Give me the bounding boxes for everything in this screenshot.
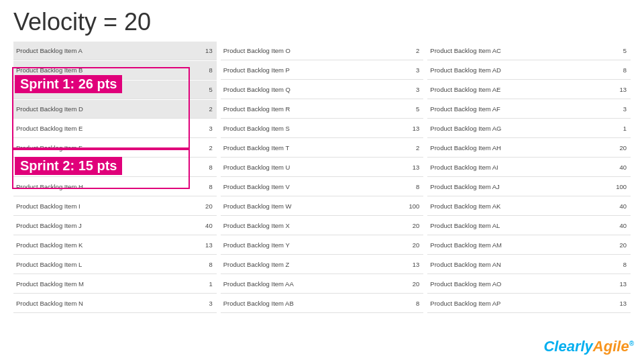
- row-value: 8: [405, 181, 423, 192]
- table-row: Product Backlog Item AP13: [427, 294, 631, 313]
- row-label: Product Backlog Item Z: [221, 259, 405, 270]
- table-row: Product Backlog Item E3: [13, 119, 217, 138]
- table-row: Product Backlog Item AJ100: [427, 178, 631, 196]
- row-label: Product Backlog Item G: [13, 162, 198, 173]
- row-value: 3: [198, 298, 217, 309]
- main-content: Product Backlog Item A13Product Backlog …: [0, 42, 644, 313]
- row-label: Product Backlog Item O: [221, 45, 405, 56]
- column-1: Product Backlog Item A13Product Backlog …: [13, 42, 217, 313]
- row-value: 13: [198, 45, 217, 56]
- table-row: Product Backlog Item AB8: [221, 294, 424, 313]
- row-value: 8: [612, 64, 631, 76]
- row-value: 3: [612, 103, 631, 115]
- row-value: 2: [405, 45, 423, 56]
- row-value: 3: [405, 84, 423, 95]
- table-row: Product Backlog Item AL40: [427, 217, 631, 235]
- table-row: Product Backlog Item H8: [13, 178, 217, 196]
- table-row: Product Backlog Item X20: [221, 217, 424, 235]
- table-row: Product Backlog Item J40: [13, 217, 217, 235]
- row-label: Product Backlog Item AL: [427, 220, 612, 231]
- row-label: Product Backlog Item S: [221, 123, 405, 134]
- table-row: Product Backlog Item R5: [221, 100, 424, 119]
- row-value: 1: [198, 278, 217, 290]
- row-value: 2: [198, 142, 217, 154]
- table-row: Product Backlog Item T2: [221, 139, 424, 158]
- logo-agile: Agile: [593, 338, 629, 355]
- table-row: Product Backlog Item Y20: [221, 236, 424, 255]
- table-row: Product Backlog Item AI40: [427, 158, 631, 177]
- table-row: Product Backlog Item D2: [13, 100, 217, 119]
- row-label: Product Backlog Item AK: [427, 200, 612, 212]
- table-row: Product Backlog Item U13: [221, 158, 424, 177]
- row-value: 8: [612, 259, 631, 270]
- row-value: 100: [405, 200, 423, 212]
- row-label: Product Backlog Item R: [221, 103, 405, 115]
- row-label: Product Backlog Item X: [221, 220, 405, 231]
- row-label: Product Backlog Item I: [13, 200, 198, 212]
- row-value: 8: [405, 298, 423, 309]
- row-label: Product Backlog Item AC: [427, 45, 612, 56]
- row-label: Product Backlog Item W: [221, 200, 405, 212]
- row-value: 2: [198, 103, 217, 115]
- row-value: 13: [612, 84, 631, 95]
- row-value: 20: [612, 239, 631, 251]
- row-value: 20: [405, 220, 423, 231]
- row-label: Product Backlog Item F: [13, 142, 198, 154]
- logo-clearly: Clearly: [543, 338, 592, 355]
- row-value: 20: [405, 239, 423, 251]
- table-row: Product Backlog Item W100: [221, 197, 424, 216]
- row-label: Product Backlog Item K: [13, 239, 198, 251]
- table-row: Product Backlog Item A13: [13, 42, 217, 60]
- row-value: 5: [198, 84, 217, 95]
- row-label: Product Backlog Item N: [13, 298, 198, 309]
- row-value: 8: [198, 162, 217, 173]
- table-row: Product Backlog Item P3: [221, 61, 424, 80]
- row-value: 13: [405, 123, 423, 134]
- row-label: Product Backlog Item AI: [427, 162, 612, 173]
- row-label: Product Backlog Item J: [13, 220, 198, 231]
- row-label: Product Backlog Item AB: [221, 298, 405, 309]
- row-value: 40: [612, 162, 631, 173]
- row-label: Product Backlog Item A: [13, 45, 198, 56]
- column-2: Product Backlog Item O2Product Backlog I…: [221, 42, 424, 313]
- row-value: 100: [612, 181, 631, 192]
- table-row: Product Backlog Item L8: [13, 255, 217, 274]
- row-label: Product Backlog Item AH: [427, 142, 612, 154]
- table-row: Product Backlog Item B8: [13, 61, 217, 80]
- table-row: Product Backlog Item M1: [13, 275, 217, 294]
- row-label: Product Backlog Item V: [221, 181, 405, 192]
- table-row: Product Backlog Item N3: [13, 294, 217, 313]
- row-label: Product Backlog Item AP: [427, 298, 612, 309]
- row-value: 8: [198, 259, 217, 270]
- row-label: Product Backlog Item AD: [427, 64, 612, 76]
- row-label: Product Backlog Item AA: [221, 278, 405, 290]
- row-value: 40: [612, 200, 631, 212]
- table-row: Product Backlog Item AD8: [427, 61, 631, 80]
- row-value: 1: [612, 123, 631, 134]
- row-value: 20: [198, 200, 217, 212]
- table-row: Product Backlog Item AH20: [427, 139, 631, 158]
- table-row: Product Backlog Item V8: [221, 178, 424, 196]
- table-row: Product Backlog Item O2: [221, 42, 424, 60]
- row-label: Product Backlog Item AE: [427, 84, 612, 95]
- table-row: Product Backlog Item Z13: [221, 255, 424, 274]
- row-label: Product Backlog Item AO: [427, 278, 612, 290]
- table-row: Product Backlog Item F2: [13, 139, 217, 158]
- row-label: Product Backlog Item T: [221, 142, 405, 154]
- row-value: 13: [405, 259, 423, 270]
- row-value: 40: [612, 220, 631, 231]
- row-label: Product Backlog Item P: [221, 64, 405, 76]
- row-value: 8: [198, 64, 217, 76]
- table-row: Product Backlog Item I20: [13, 197, 217, 216]
- table-row: Product Backlog Item AM20: [427, 236, 631, 255]
- table-row: Product Backlog Item AF3: [427, 100, 631, 119]
- row-label: Product Backlog Item Q: [221, 84, 405, 95]
- table-row: Product Backlog Item AG1: [427, 119, 631, 138]
- page-title: Velocity = 20: [0, 0, 644, 42]
- table-row: Product Backlog Item AO13: [427, 275, 631, 294]
- row-label: Product Backlog Item B: [13, 64, 198, 76]
- column-3: Product Backlog Item AC5Product Backlog …: [427, 42, 631, 313]
- row-label: Product Backlog Item E: [13, 123, 198, 134]
- row-label: Product Backlog Item AN: [427, 259, 612, 270]
- table-row: Product Backlog Item AN8: [427, 255, 631, 274]
